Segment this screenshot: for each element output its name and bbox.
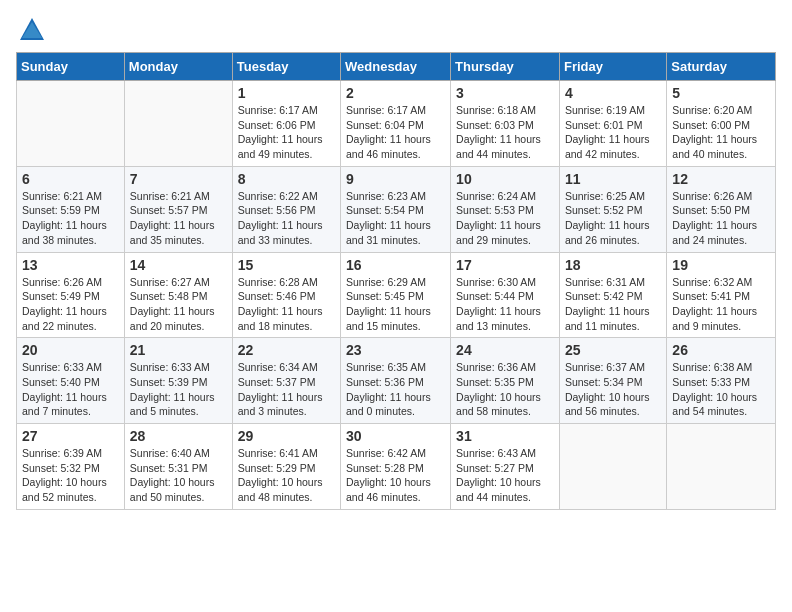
day-cell: 8 Sunrise: 6:22 AMSunset: 5:56 PMDayligh… <box>232 166 340 252</box>
day-info: Sunrise: 6:39 AMSunset: 5:32 PMDaylight:… <box>22 446 119 505</box>
day-info: Sunrise: 6:33 AMSunset: 5:40 PMDaylight:… <box>22 360 119 419</box>
day-number: 26 <box>672 342 770 358</box>
weekday-header-tuesday: Tuesday <box>232 53 340 81</box>
week-row-5: 27 Sunrise: 6:39 AMSunset: 5:32 PMDaylig… <box>17 424 776 510</box>
weekday-header-sunday: Sunday <box>17 53 125 81</box>
day-number: 24 <box>456 342 554 358</box>
day-number: 18 <box>565 257 661 273</box>
day-cell <box>17 81 125 167</box>
weekday-header-saturday: Saturday <box>667 53 776 81</box>
day-cell: 17 Sunrise: 6:30 AMSunset: 5:44 PMDaylig… <box>451 252 560 338</box>
day-info: Sunrise: 6:40 AMSunset: 5:31 PMDaylight:… <box>130 446 227 505</box>
week-row-2: 6 Sunrise: 6:21 AMSunset: 5:59 PMDayligh… <box>17 166 776 252</box>
day-number: 14 <box>130 257 227 273</box>
day-cell: 9 Sunrise: 6:23 AMSunset: 5:54 PMDayligh… <box>341 166 451 252</box>
day-number: 3 <box>456 85 554 101</box>
day-cell <box>124 81 232 167</box>
day-number: 5 <box>672 85 770 101</box>
day-number: 28 <box>130 428 227 444</box>
day-cell: 11 Sunrise: 6:25 AMSunset: 5:52 PMDaylig… <box>559 166 666 252</box>
day-number: 10 <box>456 171 554 187</box>
day-number: 9 <box>346 171 445 187</box>
day-number: 7 <box>130 171 227 187</box>
calendar-table: SundayMondayTuesdayWednesdayThursdayFrid… <box>16 52 776 510</box>
day-number: 13 <box>22 257 119 273</box>
day-number: 11 <box>565 171 661 187</box>
day-cell: 7 Sunrise: 6:21 AMSunset: 5:57 PMDayligh… <box>124 166 232 252</box>
day-number: 25 <box>565 342 661 358</box>
day-number: 1 <box>238 85 335 101</box>
week-row-1: 1 Sunrise: 6:17 AMSunset: 6:06 PMDayligh… <box>17 81 776 167</box>
day-cell: 5 Sunrise: 6:20 AMSunset: 6:00 PMDayligh… <box>667 81 776 167</box>
day-info: Sunrise: 6:23 AMSunset: 5:54 PMDaylight:… <box>346 189 445 248</box>
day-number: 17 <box>456 257 554 273</box>
day-info: Sunrise: 6:22 AMSunset: 5:56 PMDaylight:… <box>238 189 335 248</box>
day-info: Sunrise: 6:42 AMSunset: 5:28 PMDaylight:… <box>346 446 445 505</box>
day-cell: 22 Sunrise: 6:34 AMSunset: 5:37 PMDaylig… <box>232 338 340 424</box>
day-info: Sunrise: 6:26 AMSunset: 5:50 PMDaylight:… <box>672 189 770 248</box>
weekday-header-wednesday: Wednesday <box>341 53 451 81</box>
day-number: 19 <box>672 257 770 273</box>
day-cell: 21 Sunrise: 6:33 AMSunset: 5:39 PMDaylig… <box>124 338 232 424</box>
day-info: Sunrise: 6:28 AMSunset: 5:46 PMDaylight:… <box>238 275 335 334</box>
day-info: Sunrise: 6:31 AMSunset: 5:42 PMDaylight:… <box>565 275 661 334</box>
day-cell: 4 Sunrise: 6:19 AMSunset: 6:01 PMDayligh… <box>559 81 666 167</box>
day-number: 30 <box>346 428 445 444</box>
day-info: Sunrise: 6:30 AMSunset: 5:44 PMDaylight:… <box>456 275 554 334</box>
day-info: Sunrise: 6:17 AMSunset: 6:06 PMDaylight:… <box>238 103 335 162</box>
day-info: Sunrise: 6:32 AMSunset: 5:41 PMDaylight:… <box>672 275 770 334</box>
page-header <box>16 16 776 44</box>
day-number: 4 <box>565 85 661 101</box>
day-cell: 3 Sunrise: 6:18 AMSunset: 6:03 PMDayligh… <box>451 81 560 167</box>
logo-icon <box>18 16 46 44</box>
day-info: Sunrise: 6:29 AMSunset: 5:45 PMDaylight:… <box>346 275 445 334</box>
day-info: Sunrise: 6:33 AMSunset: 5:39 PMDaylight:… <box>130 360 227 419</box>
day-info: Sunrise: 6:36 AMSunset: 5:35 PMDaylight:… <box>456 360 554 419</box>
logo <box>16 16 46 44</box>
weekday-header-row: SundayMondayTuesdayWednesdayThursdayFrid… <box>17 53 776 81</box>
day-cell: 26 Sunrise: 6:38 AMSunset: 5:33 PMDaylig… <box>667 338 776 424</box>
day-info: Sunrise: 6:35 AMSunset: 5:36 PMDaylight:… <box>346 360 445 419</box>
weekday-header-monday: Monday <box>124 53 232 81</box>
day-info: Sunrise: 6:34 AMSunset: 5:37 PMDaylight:… <box>238 360 335 419</box>
day-cell: 31 Sunrise: 6:43 AMSunset: 5:27 PMDaylig… <box>451 424 560 510</box>
day-info: Sunrise: 6:25 AMSunset: 5:52 PMDaylight:… <box>565 189 661 248</box>
week-row-4: 20 Sunrise: 6:33 AMSunset: 5:40 PMDaylig… <box>17 338 776 424</box>
day-cell: 29 Sunrise: 6:41 AMSunset: 5:29 PMDaylig… <box>232 424 340 510</box>
day-cell: 13 Sunrise: 6:26 AMSunset: 5:49 PMDaylig… <box>17 252 125 338</box>
day-cell: 12 Sunrise: 6:26 AMSunset: 5:50 PMDaylig… <box>667 166 776 252</box>
day-cell: 1 Sunrise: 6:17 AMSunset: 6:06 PMDayligh… <box>232 81 340 167</box>
weekday-header-friday: Friday <box>559 53 666 81</box>
day-info: Sunrise: 6:21 AMSunset: 5:57 PMDaylight:… <box>130 189 227 248</box>
day-info: Sunrise: 6:38 AMSunset: 5:33 PMDaylight:… <box>672 360 770 419</box>
day-info: Sunrise: 6:37 AMSunset: 5:34 PMDaylight:… <box>565 360 661 419</box>
day-cell: 25 Sunrise: 6:37 AMSunset: 5:34 PMDaylig… <box>559 338 666 424</box>
day-number: 21 <box>130 342 227 358</box>
day-cell: 18 Sunrise: 6:31 AMSunset: 5:42 PMDaylig… <box>559 252 666 338</box>
day-number: 23 <box>346 342 445 358</box>
day-number: 20 <box>22 342 119 358</box>
svg-marker-1 <box>22 22 42 38</box>
day-cell: 19 Sunrise: 6:32 AMSunset: 5:41 PMDaylig… <box>667 252 776 338</box>
day-info: Sunrise: 6:19 AMSunset: 6:01 PMDaylight:… <box>565 103 661 162</box>
day-info: Sunrise: 6:21 AMSunset: 5:59 PMDaylight:… <box>22 189 119 248</box>
day-number: 15 <box>238 257 335 273</box>
day-info: Sunrise: 6:24 AMSunset: 5:53 PMDaylight:… <box>456 189 554 248</box>
day-number: 27 <box>22 428 119 444</box>
day-number: 31 <box>456 428 554 444</box>
day-info: Sunrise: 6:17 AMSunset: 6:04 PMDaylight:… <box>346 103 445 162</box>
day-cell: 10 Sunrise: 6:24 AMSunset: 5:53 PMDaylig… <box>451 166 560 252</box>
day-cell: 16 Sunrise: 6:29 AMSunset: 5:45 PMDaylig… <box>341 252 451 338</box>
day-cell: 27 Sunrise: 6:39 AMSunset: 5:32 PMDaylig… <box>17 424 125 510</box>
day-number: 8 <box>238 171 335 187</box>
day-info: Sunrise: 6:26 AMSunset: 5:49 PMDaylight:… <box>22 275 119 334</box>
day-info: Sunrise: 6:43 AMSunset: 5:27 PMDaylight:… <box>456 446 554 505</box>
day-info: Sunrise: 6:27 AMSunset: 5:48 PMDaylight:… <box>130 275 227 334</box>
weekday-header-thursday: Thursday <box>451 53 560 81</box>
day-number: 6 <box>22 171 119 187</box>
day-cell: 23 Sunrise: 6:35 AMSunset: 5:36 PMDaylig… <box>341 338 451 424</box>
day-number: 22 <box>238 342 335 358</box>
day-number: 16 <box>346 257 445 273</box>
day-number: 29 <box>238 428 335 444</box>
day-info: Sunrise: 6:41 AMSunset: 5:29 PMDaylight:… <box>238 446 335 505</box>
